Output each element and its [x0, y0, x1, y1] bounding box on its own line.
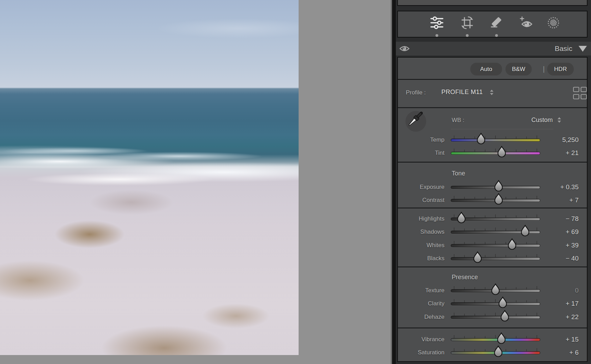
slider-thumb[interactable] — [494, 193, 503, 205]
slider-value[interactable]: + 69 — [565, 225, 579, 239]
profile-browser-grid-icon[interactable] — [573, 87, 587, 99]
divider — [398, 79, 587, 80]
slider-label: Shadows — [398, 225, 444, 239]
slider-thumb[interactable] — [497, 146, 506, 158]
basic-box: Auto B&W | HDR Profile : PROFILE M11 WB … — [397, 57, 588, 362]
slider-texture[interactable]: Texture 0 — [398, 284, 587, 297]
tone-header: Tone — [452, 170, 465, 177]
profile-select[interactable]: PROFILE M11 — [441, 89, 483, 96]
slider-track[interactable] — [451, 257, 540, 260]
masking-icon[interactable] — [547, 16, 560, 30]
red-eye-icon[interactable] — [519, 16, 533, 30]
slider-value[interactable]: + 39 — [565, 239, 579, 252]
slider-blacks[interactable]: Blacks − 40 — [398, 252, 587, 265]
slider-value[interactable]: 5,250 — [562, 133, 579, 146]
slider-thumb[interactable] — [457, 212, 466, 223]
slider-value[interactable]: + 0.35 — [560, 181, 579, 194]
edit-sliders-edited-dot — [435, 34, 438, 37]
wb-rule — [451, 129, 553, 129]
profile-label: Profile : — [406, 89, 426, 96]
slider-value[interactable]: − 78 — [565, 212, 579, 225]
slider-value[interactable]: + 21 — [565, 146, 579, 160]
slider-value[interactable]: + 22 — [565, 311, 579, 324]
slider-label: Clarity — [398, 297, 444, 310]
bw-button[interactable]: B&W — [505, 63, 532, 75]
slider-value[interactable]: + 17 — [565, 297, 579, 310]
slider-value[interactable]: + 15 — [565, 333, 579, 346]
slider-ticks — [451, 254, 540, 257]
slider-label: Whites — [398, 239, 444, 252]
slider-ticks — [451, 135, 540, 139]
panel-left-border — [392, 0, 396, 364]
slider-track[interactable] — [451, 139, 540, 142]
slider-track[interactable] — [451, 316, 540, 319]
slider-ticks — [451, 148, 540, 152]
divider — [398, 162, 587, 163]
slider-value[interactable]: 0 — [575, 284, 579, 297]
slider-thumb[interactable] — [521, 225, 530, 236]
slider-temp[interactable]: Temp 5,250 — [398, 133, 587, 146]
slider-label: Texture — [398, 284, 444, 297]
slider-thumb[interactable] — [500, 310, 509, 322]
slider-ticks — [451, 241, 540, 244]
presence-header: Presence — [452, 274, 478, 281]
slider-dehaze[interactable]: Dehaze + 22 — [398, 311, 587, 324]
divider — [398, 266, 587, 267]
profile-stepper-icon[interactable] — [490, 90, 494, 95]
slider-highlights[interactable]: Highlights − 78 — [398, 212, 587, 225]
slider-thumb[interactable] — [473, 251, 482, 263]
panel-eye-icon[interactable] — [399, 45, 410, 52]
slider-value[interactable]: + 7 — [569, 194, 579, 207]
slider-label: Tint — [398, 146, 444, 160]
slider-thumb[interactable] — [498, 296, 507, 308]
slider-vibrance[interactable]: Vibrance + 15 — [398, 333, 587, 346]
wb-label: WB : — [452, 117, 464, 124]
wb-stepper-icon[interactable] — [557, 117, 561, 123]
toolstrip — [397, 11, 588, 38]
slider-value[interactable]: + 6 — [569, 346, 579, 359]
slider-thumb[interactable] — [477, 133, 485, 144]
slider-label: Contrast — [398, 194, 444, 207]
button-separator: | — [541, 63, 546, 75]
hdr-button[interactable]: HDR — [547, 63, 574, 75]
slider-clarity[interactable]: Clarity + 17 — [398, 297, 587, 310]
slider-contrast[interactable]: Contrast + 7 — [398, 194, 587, 207]
slider-exposure[interactable]: Exposure + 0.35 — [398, 181, 587, 194]
collapse-triangle-icon[interactable] — [579, 46, 587, 52]
panel-title: Basic — [555, 42, 572, 55]
crop-rotate-edited-dot — [466, 34, 469, 37]
slider-track[interactable] — [451, 152, 540, 155]
slider-track[interactable] — [451, 244, 540, 247]
slider-label: Dehaze — [398, 311, 444, 324]
slider-label: Temp — [398, 133, 444, 146]
wb-select[interactable]: Custom — [501, 117, 553, 124]
slider-value[interactable]: − 40 — [565, 252, 579, 265]
wb-eyedropper-icon[interactable] — [404, 109, 427, 131]
auto-button[interactable]: Auto — [470, 63, 502, 75]
healing-edited-dot — [495, 34, 498, 37]
slider-ticks — [451, 299, 540, 302]
edit-sliders-icon[interactable] — [430, 16, 444, 30]
basic-panel-header[interactable]: Basic — [396, 42, 591, 55]
slider-thumb[interactable] — [497, 332, 506, 344]
slider-ticks — [451, 312, 540, 316]
slider-track[interactable] — [451, 338, 540, 341]
slider-label: Saturation — [398, 346, 444, 359]
slider-thumb[interactable] — [494, 180, 503, 192]
slider-saturation[interactable]: Saturation + 6 — [398, 346, 587, 359]
photo-preview[interactable] — [0, 0, 299, 355]
slider-track[interactable] — [451, 302, 540, 305]
slider-thumb[interactable] — [494, 345, 503, 357]
panel-above-partial — [397, 0, 588, 6]
slider-shadows[interactable]: Shadows + 69 — [398, 225, 587, 239]
healing-eraser-icon[interactable] — [490, 16, 503, 30]
slider-thumb[interactable] — [508, 238, 517, 250]
slider-label: Exposure — [398, 181, 444, 194]
slider-thumb[interactable] — [491, 283, 500, 295]
slider-label: Highlights — [398, 212, 444, 225]
slider-whites[interactable]: Whites + 39 — [398, 239, 587, 252]
divider — [398, 327, 587, 328]
divider — [398, 208, 587, 209]
slider-tint[interactable]: Tint + 21 — [398, 146, 587, 160]
crop-rotate-icon[interactable] — [460, 16, 474, 30]
